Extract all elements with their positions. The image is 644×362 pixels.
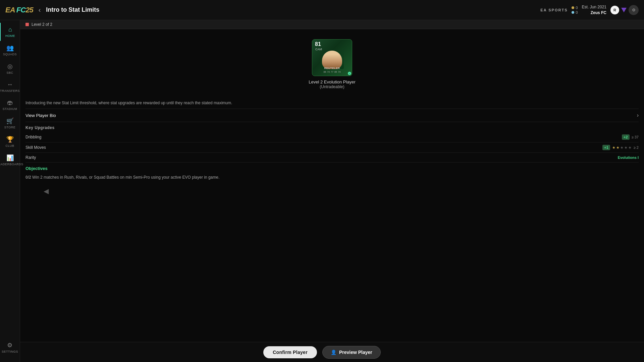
rarity-label: Rarity <box>25 155 36 160</box>
sidebar: ⌂ Home 👥 Squads ◎ SBC ↔ Transfers 🏟 Stad… <box>0 20 20 362</box>
star-3: ★ <box>620 145 624 150</box>
objectives-header: Objectives <box>25 163 639 173</box>
leaderboards-icon: 📊 <box>6 154 14 162</box>
skillmoves-num: ≥ 2 <box>634 145 639 149</box>
sidebar-label-store: Store <box>4 126 15 129</box>
skillmoves-label: Skill Moves <box>25 145 46 150</box>
topbar-right: EA SPORTS 0 0 Est. Jun 2021 Zeus FC R ⚙ <box>540 4 639 16</box>
star-row: ★ ★ ★ ★ ★ <box>612 145 632 150</box>
store-icon: 🛒 <box>6 117 14 125</box>
upgrade-row-dribbling: Dribbling +2 ≥ 37 <box>25 132 639 142</box>
star-5: ★ <box>628 145 632 150</box>
sidebar-item-store[interactable]: 🛒 Store <box>0 114 20 132</box>
content-area: Introducing the new Stat Limit threshold… <box>20 96 644 182</box>
point-icon <box>572 11 574 14</box>
coins-value: 0 <box>576 6 578 10</box>
coin-icon <box>572 6 574 9</box>
sidebar-label-leaderboards: Leaderboards <box>0 163 23 166</box>
ea-sports-logo: EA SPORTS <box>540 8 568 12</box>
preview-label: Preview Player <box>339 350 372 355</box>
player-silhouette <box>322 51 342 69</box>
sidebar-item-sbc[interactable]: ◎ SBC <box>0 59 20 78</box>
level-text: Level 2 of 2 <box>32 22 52 27</box>
bottom-bar: Confirm Player 👤 Preview Player <box>0 342 644 362</box>
squads-icon: 👥 <box>6 44 14 52</box>
skillmoves-value: +1 ★ ★ ★ ★ ★ ≥ 2 <box>602 145 639 150</box>
user-info: Est. Jun 2021 Zeus FC <box>582 4 606 16</box>
level-bar: Level 2 of 2 <box>20 20 644 29</box>
card-position: CAM <box>315 48 322 51</box>
gear-icon: ⚙ <box>7 342 12 349</box>
player-card: 81 CAM Reuteler 86 74 77 85 74 + <box>312 39 352 76</box>
sidebar-item-stadium[interactable]: 🏟 Stadium <box>0 96 20 114</box>
view-player-bio-row[interactable]: View Player Bio › <box>25 109 639 122</box>
sidebar-label-stadium: Stadium <box>3 107 17 111</box>
sidebar-item-transfers[interactable]: ↔ Transfers <box>0 78 20 96</box>
settings-icon[interactable]: ⚙ <box>629 5 639 15</box>
main-content: Level 2 of 2 ◀ 81 CAM Reuteler 86 74 77 … <box>20 20 644 362</box>
star-1: ★ <box>612 145 615 150</box>
back-button[interactable]: ‹ <box>39 6 41 14</box>
rarity-value: Evolutions I <box>618 156 639 160</box>
club-badge: R <box>610 6 619 14</box>
topbar: EA FC25 ‹ Intro to Stat Limits EA SPORTS… <box>0 0 644 20</box>
upgrade-row-skillmoves: Skill Moves +1 ★ ★ ★ ★ ★ ≥ 2 <box>25 142 639 153</box>
topbar-left: EA FC25 ‹ Intro to Stat Limits <box>5 6 99 14</box>
sidebar-label-club: Club <box>5 144 14 147</box>
home-icon: ⌂ <box>8 26 12 33</box>
sidebar-label-transfers: Transfers <box>0 89 20 93</box>
description-text: Introducing the new Stat Limit threshold… <box>25 96 639 109</box>
player-area: 81 CAM Reuteler 86 74 77 85 74 + Level 2… <box>20 29 644 96</box>
sidebar-label-settings: Settings <box>2 350 18 353</box>
player-image <box>320 49 344 69</box>
sidebar-item-settings[interactable]: ⚙ Settings <box>2 338 18 357</box>
triangle-icon <box>621 8 627 12</box>
preview-player-button[interactable]: 👤 Preview Player <box>322 346 381 359</box>
club-name: Zeus FC <box>582 10 606 16</box>
sidebar-item-squads[interactable]: 👥 Squads <box>0 41 20 59</box>
rarity-text: Evolutions I <box>618 156 639 160</box>
skillmoves-plus: +1 <box>602 145 610 150</box>
sidebar-item-club[interactable]: 🏆 Club <box>0 132 20 151</box>
star-4: ★ <box>624 145 628 150</box>
dribbling-num: ≥ 37 <box>632 135 639 139</box>
user-icons: R ⚙ <box>610 5 639 15</box>
sidebar-label-squads: Squads <box>3 53 17 56</box>
app-logo: EA FC25 <box>5 6 33 14</box>
stadium-icon: 🏟 <box>7 99 13 106</box>
sidebar-label-home: Home <box>5 34 15 38</box>
points-value: 0 <box>576 10 578 14</box>
confirm-player-button[interactable]: Confirm Player <box>263 346 317 358</box>
dribbling-plus: +2 <box>622 134 630 140</box>
est-label: Est. Jun 2021 <box>582 4 606 10</box>
sidebar-bottom: ⚙ Settings <box>2 338 18 362</box>
level-badge-icon <box>25 23 29 26</box>
page-title: Intro to Stat Limits <box>46 6 99 13</box>
card-name: Reuteler <box>324 67 340 70</box>
evolution-badge: + <box>348 72 351 75</box>
player-card-sublabel: (Untradeable) <box>320 84 344 89</box>
sidebar-item-leaderboards[interactable]: 📊 Leaderboards <box>0 151 20 169</box>
player-card-label: Level 2 Evolution Player <box>309 79 355 84</box>
objective-progress: 0/2 <box>25 175 31 180</box>
dribbling-value: +2 ≥ 37 <box>622 134 639 140</box>
card-stats-row: 86 74 77 85 74 <box>324 71 341 73</box>
bio-label: View Player Bio <box>25 113 56 118</box>
objective-text: Win 2 matches in Rush, Rivals, or Squad … <box>32 175 219 180</box>
sidebar-label-sbc: SBC <box>6 71 13 74</box>
transfers-icon: ↔ <box>7 81 13 88</box>
preview-icon: 👤 <box>331 350 336 355</box>
sidebar-item-home[interactable]: ⌂ Home <box>0 23 20 41</box>
sbc-icon: ◎ <box>7 63 13 70</box>
card-rating: 81 <box>315 42 321 47</box>
objective-item-1: 0/2 Win 2 matches in Rush, Rivals, or Sq… <box>25 173 639 182</box>
upgrade-row-rarity: Rarity Evolutions I <box>25 153 639 163</box>
bio-arrow-icon: › <box>637 112 639 118</box>
club-icon: 🏆 <box>6 136 14 143</box>
coins-area: 0 0 <box>572 6 578 14</box>
left-nav-arrow[interactable]: ◀ <box>44 187 49 195</box>
dribbling-label: Dribbling <box>25 135 41 139</box>
star-2: ★ <box>616 145 620 150</box>
key-upgrades-header: Key Upgrades <box>25 122 639 132</box>
